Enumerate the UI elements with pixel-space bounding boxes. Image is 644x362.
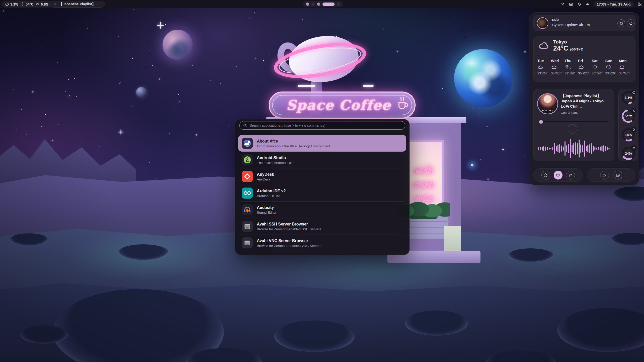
waveform-bar (596, 148, 597, 150)
gauge-disk: 24% (622, 147, 635, 160)
system-stats: 3.1% 54°C 6.8G (2, 1, 52, 8)
cloud-weather-icon (537, 64, 544, 70)
forecast-day: Sat36°/26° (592, 59, 604, 75)
waveform-bar (593, 146, 594, 152)
forecast-temps: 33°/24° (537, 71, 548, 75)
waveform-bar (600, 147, 601, 151)
waveform-bar (598, 147, 599, 150)
waveform-bar (565, 141, 566, 156)
power-profile-group (533, 168, 583, 182)
notifications-bell-icon[interactable] (577, 2, 582, 7)
network-app-icon (242, 221, 253, 232)
screenshot-button[interactable] (614, 171, 622, 179)
arduino-app-icon (242, 188, 253, 199)
earth-planet (454, 49, 512, 107)
power-button[interactable] (627, 19, 635, 27)
waveform-bar (601, 146, 602, 151)
waveform-bar (605, 146, 606, 151)
forecast-day-label: Wed (551, 59, 559, 63)
now-playing-widget[interactable]: 【Japanese Playlist】 J... (50, 1, 105, 8)
avatar (537, 17, 548, 29)
volume-icon[interactable] (585, 2, 590, 7)
app-title: Android Studio (257, 155, 292, 160)
settings-button[interactable] (617, 19, 625, 27)
gauge-thermometer: 54°C (622, 109, 635, 123)
powersave-mode-button[interactable] (566, 171, 575, 179)
weather-city: Tokyo (553, 39, 567, 45)
app-launcher: About XfceInformation about the Xfce Des… (235, 119, 410, 255)
network-app-icon (242, 237, 253, 248)
dashboard-grid-icon[interactable] (637, 2, 642, 7)
pause-button[interactable] (568, 124, 577, 133)
forecast-day: Tue33°/24° (537, 59, 550, 75)
app-subtitle: AnyDesk (257, 177, 274, 181)
chip-icon (631, 127, 636, 132)
waveform-bar (538, 147, 539, 150)
app-subtitle: Information about the Xfce Desktop Envir… (257, 144, 330, 148)
app-title: Audacity (257, 205, 276, 210)
workspace-dot[interactable] (317, 3, 320, 6)
weather-timezone: (GMT+9) (570, 48, 583, 51)
wallpaper-icon[interactable] (569, 2, 573, 7)
weather-temperature: 24°C (553, 44, 568, 52)
thermometer-icon (20, 2, 24, 6)
workspace-dot[interactable] (337, 3, 340, 6)
balanced-mode-button[interactable] (554, 171, 562, 179)
waveform-bar (589, 144, 590, 153)
cloud-icon (538, 41, 550, 50)
control-panel: seb System Uptime: 4h11m Tokyo 24°C (GMT… (529, 12, 639, 185)
search-input[interactable] (239, 121, 405, 130)
workspace-dot[interactable] (306, 3, 309, 6)
launcher-item[interactable]: AudacitySound Editor (238, 201, 406, 218)
waveform-bar (549, 148, 550, 150)
sign-text: Space Coffee (286, 97, 391, 113)
forecast-day: Mon33°/26° (619, 59, 631, 75)
workspace-dot[interactable] (311, 3, 315, 6)
launcher-item[interactable]: Avahi VNC Server BrowserBrowse for Zeroc… (238, 235, 406, 251)
rain-weather-icon (592, 64, 598, 70)
performance-mode-button[interactable] (541, 171, 550, 179)
waveform-bar (573, 143, 574, 154)
xfce-app-icon (242, 138, 253, 149)
window-neon-text: oon (413, 179, 433, 189)
app-subtitle: Arduino IDE v2 (257, 194, 286, 198)
launcher-item[interactable]: Arduino IDE v2Arduino IDE v2 (238, 185, 406, 201)
system-gauges-card: 3.1% 54°C 14% 24% (618, 89, 638, 161)
album-art: TOKYO L (537, 93, 558, 114)
purple-planet (163, 30, 193, 60)
audacity-app-icon (242, 204, 253, 215)
speedometer-icon (5, 2, 9, 6)
weekly-forecast: Tue33°/24°Wed35°/25°Thu33°/26°Fri35°/26°… (537, 59, 631, 75)
top-bar: 3.1% 54°C 6.8G 【Japanese Playlist】 J... … (0, 0, 644, 8)
search-icon (243, 123, 247, 128)
launcher-item[interactable]: Android StudioThe official Android IDE (238, 152, 406, 168)
glow-star (471, 164, 473, 166)
seek-knob[interactable] (539, 120, 543, 124)
screen-record-button[interactable] (600, 171, 609, 179)
waveform-bar (607, 147, 608, 150)
clock[interactable]: 17:09 - Tue, 19 Aug (594, 1, 634, 8)
forecast-day-label: Mon (619, 59, 627, 63)
forecast-day: Thu33°/26° (565, 59, 577, 75)
music-player-card: TOKYO L 【Japanese Playlist】 Japan All Ni… (533, 89, 614, 161)
forecast-day: Sun33°/26° (605, 59, 618, 75)
track-artist: Chill Japan. (561, 111, 612, 115)
launcher-results: About XfceInformation about the Xfce Des… (238, 135, 406, 251)
waveform-bar (552, 147, 553, 150)
waveform-bar (540, 147, 541, 150)
waveform-bar (545, 147, 546, 151)
waveform-bar (568, 144, 569, 153)
waveform-bar (575, 142, 576, 155)
seek-bar[interactable] (541, 121, 609, 122)
workspace-dot-active[interactable] (323, 3, 335, 6)
launcher-item[interactable]: About XfceInformation about the Xfce Des… (238, 135, 406, 152)
workspace-indicator[interactable] (303, 1, 343, 7)
space-coffee-sign: Space Coffee (269, 92, 416, 119)
waveform-bar (579, 140, 580, 158)
waveform-bar (577, 143, 578, 154)
system-uptime: System Uptime: 4h11m (552, 23, 590, 27)
launcher-item[interactable]: Avahi SSH Server BrowserBrowse for Zeroc… (238, 218, 406, 235)
launcher-item[interactable]: AnyDeskAnyDesk (238, 168, 406, 185)
waveform-bar (557, 145, 558, 152)
phone-icon[interactable] (560, 2, 565, 7)
